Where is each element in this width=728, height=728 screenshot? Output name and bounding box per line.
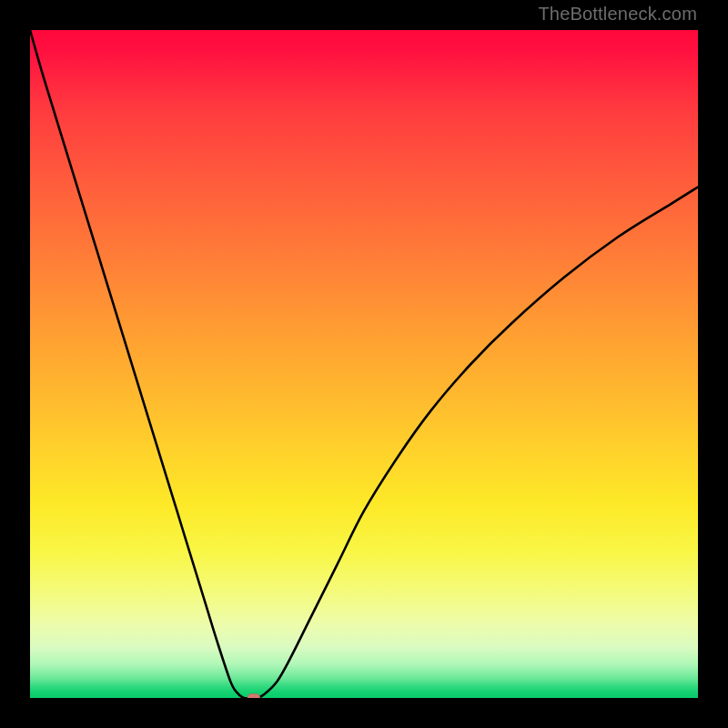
bottleneck-curve <box>30 30 698 698</box>
watermark-text: TheBottleneck.com <box>538 4 697 25</box>
plot-area <box>30 30 698 698</box>
minimum-marker <box>248 694 260 699</box>
chart-frame: TheBottleneck.com <box>0 0 728 728</box>
curve-svg <box>30 30 698 698</box>
